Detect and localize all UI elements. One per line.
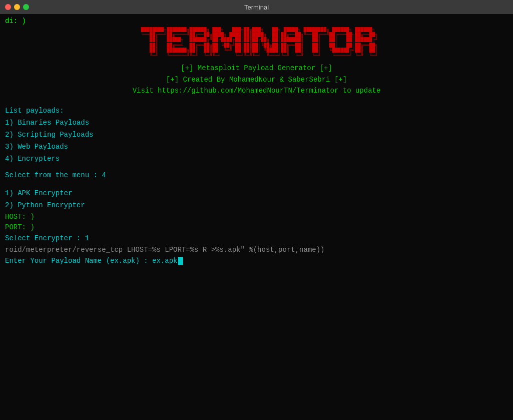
window-title: Terminal: [244, 4, 269, 11]
select-prompt: Select from the menu : 4: [5, 170, 508, 182]
ascii-art-text: ████████╗███████╗██████╗ ███╗ ███╗██╗███…: [135, 28, 378, 59]
enter-payload-line: Enter Your Payload Name (ex.apk) : ex.ap…: [5, 255, 508, 267]
info-line-1: [+] Metasploit Payload Generator [+]: [5, 63, 508, 74]
menu-header: List payloads:: [5, 105, 508, 117]
port-line: PORT: ): [5, 222, 508, 233]
info-section: [+] Metasploit Payload Generator [+] [+]…: [5, 63, 508, 96]
menu-section: List payloads: 1) Binaries Payloads 2) S…: [5, 105, 508, 165]
info-line-3: Visit https://github.com/MohamedNourTN/T…: [5, 85, 508, 96]
menu-item-2: 2) Scripting Payloads: [5, 129, 508, 141]
title-bar: Terminal: [0, 0, 513, 14]
menu-item-1: 1) Binaries Payloads: [5, 117, 508, 129]
enter-payload-text: Enter Your Payload Name (ex.apk) : ex.ap…: [5, 257, 177, 265]
payload-command: roid/meterpreter/reverse_tcp LHOST=%s LP…: [5, 245, 508, 255]
maximize-button[interactable]: [23, 4, 29, 10]
host-line: HOST: ): [5, 212, 508, 222]
minimize-button[interactable]: [14, 4, 20, 10]
menu-item-4: 4) Encrypters: [5, 153, 508, 165]
select-encrypter-line: Select Encrypter : 1: [5, 233, 508, 245]
top-prompt: di: ): [5, 17, 508, 27]
host-port-section: HOST: ) PORT: ): [5, 212, 508, 233]
sub-menu-section: 1) APK Encrypter 2) Python Encrypter: [5, 188, 508, 212]
window-controls[interactable]: [5, 4, 29, 10]
menu-item-3: 3) Web Payloads: [5, 141, 508, 153]
terminal-body: di: ) ████████╗███████╗██████╗ ███╗ ███╗…: [0, 14, 513, 420]
sub-menu-item-2: 2) Python Encrypter: [5, 200, 508, 212]
sub-menu-item-1: 1) APK Encrypter: [5, 188, 508, 200]
cursor: [178, 257, 183, 265]
close-button[interactable]: [5, 4, 11, 10]
info-line-2: [+] Created By MohamedNour & SaberSebri …: [5, 74, 508, 85]
ascii-banner: ████████╗███████╗██████╗ ███╗ ███╗██╗███…: [5, 28, 508, 59]
